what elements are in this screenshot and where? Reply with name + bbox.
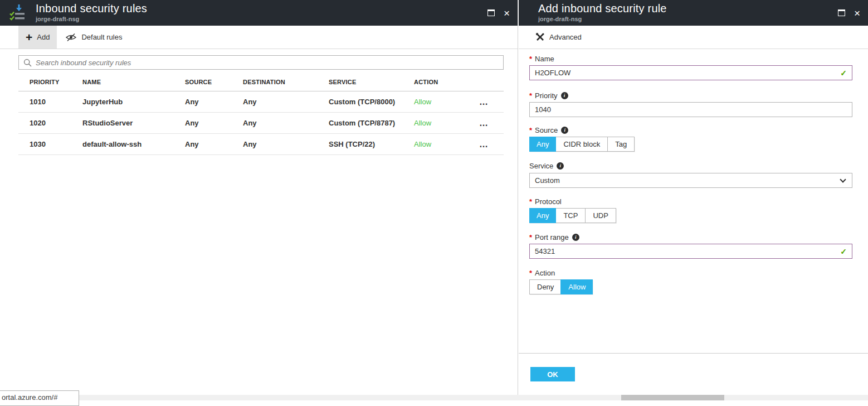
cell-service: SSH (TCP/22) <box>329 140 414 148</box>
cell-source: Any <box>185 140 243 148</box>
column-header-service: SERVICE <box>329 79 414 85</box>
advanced-button[interactable]: Advanced <box>535 26 590 49</box>
column-header-name: NAME <box>82 79 185 85</box>
column-header-source: SOURCE <box>185 79 243 85</box>
cell-action: Allow <box>414 119 479 127</box>
port-range-input-wrap: ✓ <box>529 244 852 259</box>
priority-input-wrap <box>529 102 852 117</box>
column-header-priority: PRIORITY <box>18 79 82 85</box>
default-rules-label: Default rules <box>81 33 122 41</box>
browser-status-tooltip: ortal.azure.com/# <box>0 390 79 406</box>
priority-field: * Priority i <box>529 91 852 100</box>
cell-priority: 1020 <box>18 119 82 127</box>
service-label: Service i <box>529 162 852 170</box>
source-option-any[interactable]: Any <box>529 137 556 152</box>
action-toggle: Deny Allow <box>529 279 852 294</box>
cell-destination: Any <box>243 140 329 148</box>
ok-button[interactable]: OK <box>530 367 575 381</box>
port-range-label: * Port range i <box>529 233 852 241</box>
eye-slash-icon <box>65 33 77 42</box>
chevron-down-icon <box>840 176 846 182</box>
column-header-destination: DESTINATION <box>243 79 329 85</box>
left-blade-title: Inbound security rules <box>36 3 147 15</box>
protocol-field: * Protocol <box>529 197 852 206</box>
required-asterisk: * <box>529 197 532 206</box>
search-box <box>18 55 504 70</box>
maximize-icon[interactable] <box>838 9 845 16</box>
cell-name: default-allow-ssh <box>82 140 185 148</box>
crossed-tools-icon <box>535 32 545 42</box>
protocol-option-udp[interactable]: UDP <box>585 209 615 223</box>
source-option-cidr-block[interactable]: CIDR block <box>555 137 607 151</box>
row-menu-button[interactable]: … <box>479 120 504 126</box>
cell-name: JupyterHub <box>82 98 185 106</box>
protocol-toggle: Any TCP UDP <box>529 208 852 223</box>
cell-destination: Any <box>243 98 329 106</box>
table-row[interactable]: 1020 RStudioServer Any Any Custom (TCP/8… <box>18 113 504 134</box>
required-asterisk: * <box>529 269 532 277</box>
inbound-security-rules-icon <box>9 3 29 22</box>
default-rules-button[interactable]: Default rules <box>57 26 130 49</box>
source-toggle: Any CIDR block Tag <box>529 137 852 152</box>
port-range-input[interactable] <box>535 247 840 255</box>
close-icon[interactable]: × <box>504 8 510 18</box>
horizontal-scrollbar-track[interactable] <box>0 395 868 400</box>
name-label: * Name <box>529 55 852 63</box>
table-row[interactable]: 1010 JupyterHub Any Any Custom (TCP/8000… <box>18 91 504 113</box>
plus-icon: + <box>26 32 32 43</box>
source-label: * Source i <box>529 126 852 134</box>
required-asterisk: * <box>529 91 532 100</box>
advanced-label: Advanced <box>549 33 582 41</box>
action-option-deny[interactable]: Deny <box>530 280 561 294</box>
maximize-icon[interactable] <box>487 9 495 16</box>
service-select[interactable]: Custom <box>529 173 852 188</box>
cell-source: Any <box>185 119 243 127</box>
cell-priority: 1030 <box>18 140 82 148</box>
required-asterisk: * <box>529 233 532 241</box>
add-button[interactable]: + Add <box>18 26 57 49</box>
protocol-option-tcp[interactable]: TCP <box>555 209 585 223</box>
required-asterisk: * <box>529 126 532 134</box>
right-blade-header: Add inbound security rule jorge-draft-ns… <box>519 0 868 26</box>
info-icon[interactable]: i <box>557 162 564 170</box>
left-blade-header: Inbound security rules jorge-draft-nsg × <box>0 0 518 26</box>
left-toolbar: + Add Default rules <box>0 26 518 49</box>
service-field: Service i <box>529 162 852 170</box>
search-icon <box>23 59 32 67</box>
name-input[interactable] <box>535 69 840 77</box>
service-select-value: Custom <box>535 176 560 185</box>
valid-check-icon: ✓ <box>840 69 847 78</box>
source-option-tag[interactable]: Tag <box>607 137 634 151</box>
cell-service: Custom (TCP/8787) <box>329 119 414 127</box>
info-icon[interactable]: i <box>572 234 579 241</box>
table-header-row: PRIORITY NAME SOURCE DESTINATION SERVICE… <box>18 70 504 91</box>
cell-service: Custom (TCP/8000) <box>329 98 414 106</box>
info-icon[interactable]: i <box>561 92 568 99</box>
search-input[interactable] <box>36 59 499 67</box>
protocol-label: * Protocol <box>529 197 852 206</box>
required-asterisk: * <box>529 55 532 63</box>
action-option-allow[interactable]: Allow <box>560 279 593 294</box>
cell-source: Any <box>185 98 243 106</box>
horizontal-scrollbar-thumb[interactable] <box>621 395 724 400</box>
cell-priority: 1010 <box>18 98 82 106</box>
port-range-field: * Port range i <box>529 233 852 241</box>
name-field: * Name <box>529 55 852 63</box>
cell-action: Allow <box>414 98 479 106</box>
info-icon[interactable]: i <box>561 127 568 134</box>
priority-input[interactable] <box>535 105 847 114</box>
priority-label: * Priority i <box>529 91 852 100</box>
close-icon[interactable]: × <box>854 8 860 18</box>
row-menu-button[interactable]: … <box>479 142 504 147</box>
protocol-option-any[interactable]: Any <box>529 208 556 223</box>
right-toolbar: Advanced <box>519 26 868 49</box>
name-input-wrap: ✓ <box>529 65 852 80</box>
add-inbound-security-rule-blade: Add inbound security rule jorge-draft-ns… <box>519 0 868 395</box>
row-menu-button[interactable]: … <box>479 99 504 105</box>
rules-table: PRIORITY NAME SOURCE DESTINATION SERVICE… <box>18 70 504 155</box>
cell-destination: Any <box>243 119 329 127</box>
table-row[interactable]: 1030 default-allow-ssh Any Any SSH (TCP/… <box>18 134 504 155</box>
source-field: * Source i <box>529 126 852 134</box>
blade-footer: OK <box>519 353 868 395</box>
add-button-label: Add <box>37 33 50 41</box>
